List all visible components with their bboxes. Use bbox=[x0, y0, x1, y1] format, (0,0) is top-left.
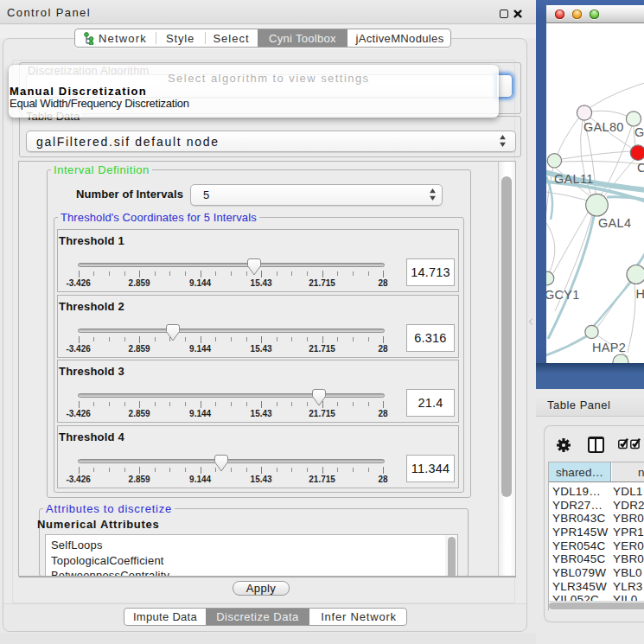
svg-text:GAL4: GAL4 bbox=[598, 216, 631, 230]
svg-text:GAL80: GAL80 bbox=[583, 120, 624, 134]
svg-text:GAL11: GAL11 bbox=[554, 172, 594, 186]
svg-text:H: H bbox=[636, 287, 644, 301]
svg-text:C: C bbox=[637, 161, 644, 175]
svg-text:GA: GA bbox=[634, 125, 644, 139]
svg-text:GCY1: GCY1 bbox=[546, 288, 580, 302]
svg-text:HAP2: HAP2 bbox=[592, 341, 626, 354]
